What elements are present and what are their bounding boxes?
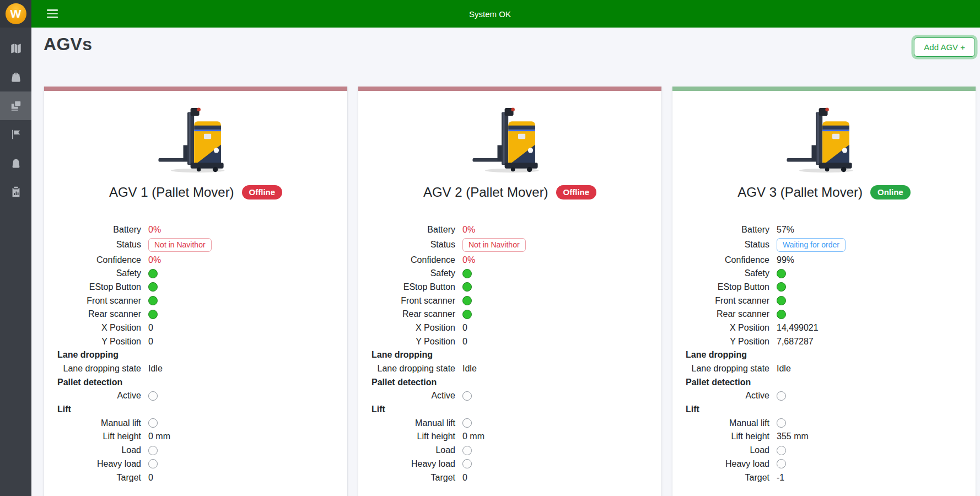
page-title: AGVs (44, 34, 92, 55)
detail-row: Battery0% (358, 223, 661, 237)
status-dot-off (462, 446, 472, 455)
menu-toggle-button[interactable] (45, 7, 60, 20)
sidebar-item-storage[interactable] (0, 63, 31, 91)
row-value (777, 391, 786, 401)
row-value: Idle (148, 364, 163, 374)
status-dot-on (148, 282, 158, 292)
status-dot-off (148, 418, 158, 428)
section-label: Lift (57, 405, 71, 414)
section-label: Lane dropping (686, 350, 747, 360)
detail-row: Lift height355 mm (672, 430, 976, 444)
section-header: Pallet detection (358, 375, 661, 389)
status-dot-on (148, 296, 158, 305)
section-label: Lane dropping (57, 350, 119, 360)
row-value: 0% (462, 255, 475, 265)
sidebar-item-map[interactable] (0, 34, 31, 63)
detail-row: Y Position0 (358, 335, 661, 348)
agv-vehicle-image (44, 106, 347, 175)
row-value (462, 310, 472, 319)
row-value (777, 446, 786, 455)
row-value (462, 446, 472, 455)
row-value: 57% (777, 225, 794, 235)
agv-card: AGV 2 (Pallet Mover)OfflineBattery0%Stat… (358, 87, 662, 496)
row-label: Battery (686, 225, 769, 235)
package-icon (10, 157, 22, 169)
section-label: Pallet detection (57, 378, 122, 387)
detail-row: StatusWaiting for order (672, 237, 976, 254)
row-value (777, 459, 786, 468)
section-label: Lane dropping (371, 350, 433, 360)
row-label: Manual lift (371, 418, 455, 428)
detail-row: Target0 (358, 471, 661, 484)
row-value: 0 (148, 337, 153, 347)
row-label: Load (686, 445, 769, 455)
row-value: 0 (462, 337, 467, 347)
detail-row: Confidence0% (358, 253, 661, 267)
row-label: Y Position (686, 337, 769, 347)
status-pill: Not in Navithor (148, 238, 212, 252)
row-value (148, 282, 158, 292)
status-badge: Offline (242, 185, 283, 200)
row-value: 0 (462, 473, 467, 483)
row-label: EStop Button (57, 282, 141, 292)
row-value (148, 446, 158, 455)
row-label: Lane dropping state (686, 364, 769, 374)
row-label: Manual lift (57, 418, 141, 428)
detail-row: Manual lift (358, 416, 661, 430)
agv-icon (10, 100, 22, 112)
app-logo[interactable]: W (0, 0, 31, 28)
row-label: EStop Button (686, 282, 769, 292)
detail-row: Lift height0 mm (358, 430, 661, 444)
status-dot-off (462, 391, 472, 401)
row-label: Target (371, 473, 455, 483)
detail-row: Battery57% (672, 223, 976, 237)
row-value: 0 mm (462, 432, 484, 441)
status-dot-on (777, 310, 786, 319)
card-title-row: AGV 3 (Pallet Mover)Online (672, 185, 976, 200)
section-label: Lift (686, 405, 699, 414)
section-header: Lane dropping (44, 348, 347, 362)
detail-row: Confidence0% (44, 253, 347, 267)
status-dot-on (462, 310, 472, 319)
sidebar (0, 28, 31, 496)
row-value: 0% (148, 225, 161, 235)
row-label: Front scanner (57, 296, 141, 306)
row-label: Load (371, 445, 455, 455)
logo-letter: W (10, 7, 21, 20)
detail-row: Manual lift (672, 416, 976, 430)
row-label: X Position (686, 323, 769, 333)
sidebar-item-agvs[interactable] (0, 91, 31, 120)
row-value (148, 296, 158, 305)
status-pill: Waiting for order (777, 238, 846, 252)
status-dot-on (777, 282, 786, 292)
row-label: Target (686, 473, 769, 483)
row-value: Not in Navithor (148, 237, 212, 254)
row-label: Rear scanner (57, 309, 141, 319)
row-value: 0 (462, 323, 467, 333)
sidebar-item-missions[interactable] (0, 120, 31, 149)
row-value: 0% (462, 225, 475, 235)
card-accent-strip (44, 87, 347, 91)
row-value (462, 459, 472, 468)
row-label: Active (686, 391, 769, 401)
topbar: W System OK (0, 0, 980, 28)
row-label: Front scanner (686, 296, 769, 306)
row-value (462, 391, 472, 401)
row-label: Target (57, 473, 141, 483)
status-dot-off (462, 459, 472, 468)
sidebar-item-inventory[interactable] (0, 149, 31, 177)
sidebar-item-reports[interactable] (0, 177, 31, 206)
row-label: Heavy load (371, 459, 455, 469)
detail-row: Load (44, 444, 347, 457)
detail-row: Safety (358, 267, 661, 281)
row-label: Manual lift (686, 418, 769, 428)
agv-details-table: Battery0%StatusNot in NavithorConfidence… (358, 223, 661, 484)
status-dot-off (148, 459, 158, 468)
section-header: Lift (44, 403, 347, 417)
add-agv-button[interactable]: Add AGV + (914, 37, 975, 57)
agv-card: AGV 1 (Pallet Mover)OfflineBattery0%Stat… (44, 87, 348, 496)
detail-row: Y Position7,687287 (672, 335, 976, 348)
row-value: -1 (777, 473, 784, 483)
detail-row: Safety (672, 267, 976, 281)
row-value: 0 mm (148, 432, 170, 441)
